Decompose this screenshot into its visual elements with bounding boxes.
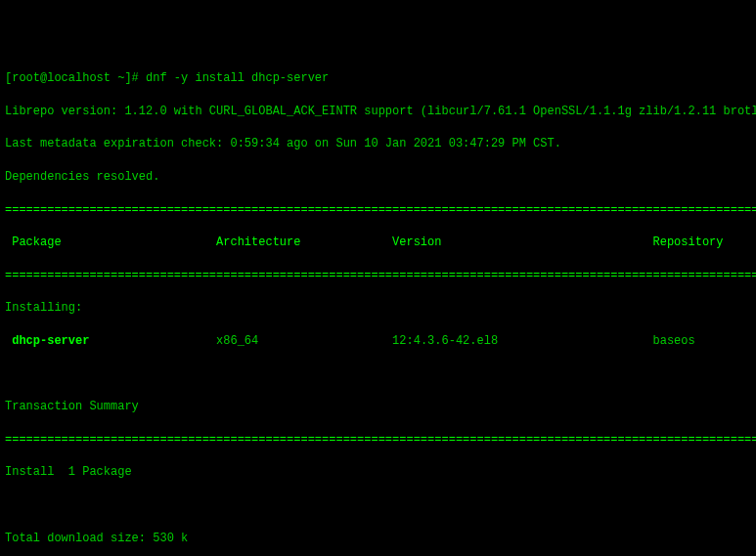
librepo-version: Librepo version: 1.12.0 with CURL_GLOBAL… — [5, 104, 751, 120]
installing-label: Installing: — [5, 300, 751, 317]
blank-2 — [5, 497, 751, 514]
separator-summary: ========================================… — [5, 432, 751, 449]
install-count: Install 1 Package — [5, 464, 751, 481]
separator-header: ========================================… — [5, 268, 751, 284]
blank-1 — [5, 366, 751, 383]
package-row: dhcp-server x86_64 12:4.3.6-42.el8 baseo… — [5, 333, 751, 350]
download-size: Total download size: 530 k — [5, 531, 751, 547]
separator-top: ========================================… — [5, 202, 751, 219]
package-details: x86_64 12:4.3.6-42.el8 baseos 530 k — [89, 334, 756, 348]
deps-resolved: Dependencies resolved. — [5, 169, 751, 186]
package-name: dhcp-server — [5, 334, 89, 348]
table-header: Package Architecture Version Repository … — [5, 235, 751, 251]
transaction-summary-label: Transaction Summary — [5, 399, 751, 415]
metadata-check: Last metadata expiration check: 0:59:34 … — [5, 136, 751, 152]
command-prompt: [root@localhost ~]# dnf -y install dhcp-… — [5, 70, 751, 87]
